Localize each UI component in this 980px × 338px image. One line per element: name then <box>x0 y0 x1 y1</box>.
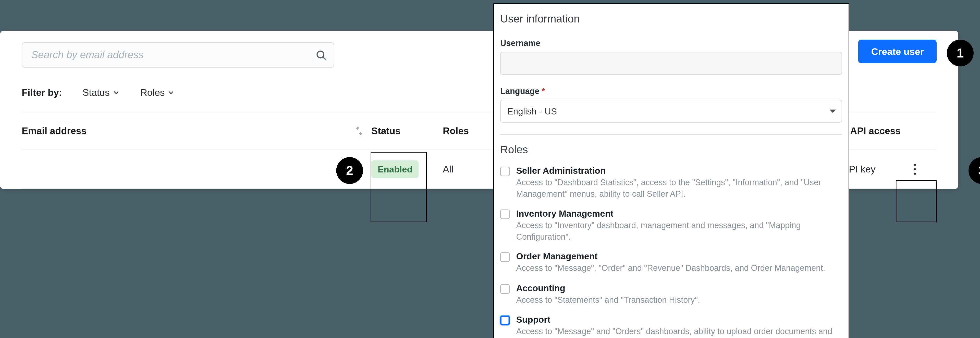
filter-by-label: Filter by: <box>22 87 62 98</box>
svg-point-4 <box>914 172 916 174</box>
role-item-support[interactable]: Support Access to "Message" and "Orders"… <box>500 314 842 338</box>
th-email[interactable]: Email address <box>22 112 371 149</box>
kebab-icon <box>914 163 916 175</box>
role-desc: Access to "Inventory" dashboard, managem… <box>516 220 842 242</box>
input-username[interactable] <box>500 52 842 75</box>
role-item-order[interactable]: Order Management Access to "Message", "O… <box>500 251 842 274</box>
search-icon <box>315 49 327 61</box>
checkbox[interactable] <box>500 209 510 219</box>
role-item-seller-admin[interactable]: Seller Administration Access to "Dashboa… <box>500 166 842 199</box>
label-username: Username <box>500 38 842 48</box>
search-input[interactable] <box>22 42 334 68</box>
sort-icon <box>355 126 364 135</box>
cell-actions <box>905 149 937 189</box>
role-item-inventory[interactable]: Inventory Management Access to "Inventor… <box>500 208 842 242</box>
role-desc: Access to "Message" and "Orders" dashboa… <box>516 326 842 338</box>
role-desc: Access to "Message", "Order" and "Revenu… <box>516 263 842 274</box>
svg-point-3 <box>914 168 916 170</box>
search-wrap <box>22 42 334 68</box>
checkbox[interactable] <box>500 252 510 262</box>
required-asterisk: * <box>542 86 545 96</box>
status-badge: Enabled <box>371 160 419 178</box>
role-desc: Access to "Statements" and "Transaction … <box>516 294 842 306</box>
filter-roles-label: Roles <box>140 87 165 98</box>
callout-3: 3 <box>969 157 980 184</box>
filter-status[interactable]: Status <box>83 87 120 98</box>
svg-line-1 <box>323 57 325 59</box>
select-language-value[interactable] <box>500 100 842 123</box>
role-name: Support <box>516 314 842 325</box>
caret-down-icon <box>829 110 836 113</box>
cell-email <box>22 149 371 189</box>
role-item-accounting[interactable]: Accounting Access to "Statements" and "T… <box>500 283 842 306</box>
modal-title: User information <box>500 13 842 26</box>
th-actions <box>905 112 937 149</box>
divider <box>500 134 842 135</box>
th-email-label: Email address <box>22 125 86 136</box>
chevron-down-icon <box>167 88 175 96</box>
create-user-button[interactable]: Create user <box>859 40 937 63</box>
chevron-down-icon <box>112 88 120 96</box>
label-language-text: Language <box>500 86 539 96</box>
role-name: Order Management <box>516 251 842 261</box>
row-actions-button[interactable] <box>905 157 925 181</box>
filter-roles[interactable]: Roles <box>140 87 175 98</box>
field-username: Username <box>500 38 842 75</box>
roles-heading: Roles <box>500 144 842 156</box>
checkbox[interactable] <box>500 284 510 294</box>
role-name: Accounting <box>516 283 842 293</box>
select-language[interactable] <box>500 100 842 123</box>
role-name: Seller Administration <box>516 166 842 176</box>
checkbox[interactable] <box>500 316 510 325</box>
filter-status-label: Status <box>83 87 110 98</box>
th-status[interactable]: Status <box>371 112 443 149</box>
role-name: Inventory Management <box>516 208 842 218</box>
checkbox[interactable] <box>500 167 510 177</box>
field-language: Language * <box>500 86 842 123</box>
svg-point-2 <box>914 164 916 166</box>
label-language: Language * <box>500 86 842 96</box>
user-info-modal: User information Username Language * Rol… <box>493 3 850 338</box>
cell-status: Enabled <box>371 149 443 189</box>
role-desc: Access to "Dashboard Statistics", access… <box>516 177 842 199</box>
